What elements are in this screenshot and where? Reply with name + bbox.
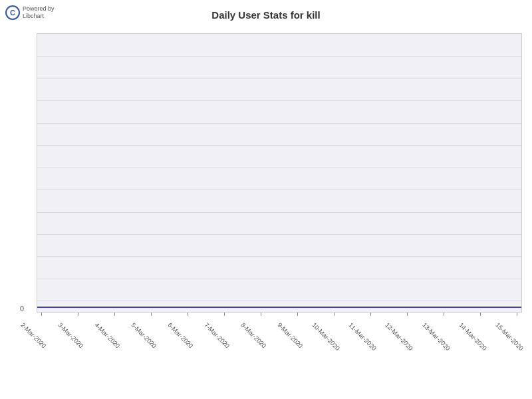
- x-axis-label: 3-Mar-2020: [57, 321, 85, 350]
- x-label-wrap: 5-Mar-2020: [146, 313, 156, 329]
- grid-line: [37, 301, 521, 301]
- x-axis-label: 2-Mar-2020: [20, 321, 49, 350]
- tick-line: [480, 313, 481, 316]
- tick-line: [41, 313, 42, 316]
- tick-line: [444, 313, 444, 316]
- tick-line: [297, 313, 298, 316]
- grid-line: [37, 145, 521, 146]
- x-label-wrap: 15-Mar-2020: [513, 313, 522, 329]
- x-axis-label: 12-Mar-2020: [384, 321, 415, 352]
- x-label-wrap: 11-Mar-2020: [366, 313, 376, 329]
- tick-line: [114, 313, 115, 316]
- tick-line: [407, 313, 408, 316]
- x-label-wrap: 14-Mar-2020: [476, 313, 485, 329]
- x-axis: 2-Mar-20203-Mar-20204-Mar-20205-Mar-2020…: [37, 313, 522, 392]
- x-axis-label: 8-Mar-2020: [239, 321, 268, 350]
- grid-line: [37, 100, 521, 101]
- x-label-wrap: 7-Mar-2020: [219, 313, 229, 329]
- x-axis-label: 13-Mar-2020: [421, 321, 452, 352]
- x-axis-label: 4-Mar-2020: [93, 321, 122, 350]
- tick-line: [370, 313, 371, 316]
- x-label-wrap: 13-Mar-2020: [440, 313, 449, 329]
- x-label-wrap: 3-Mar-2020: [73, 313, 82, 329]
- grid-line: [37, 56, 521, 57]
- grid-lines: [37, 34, 521, 312]
- x-label-wrap: 6-Mar-2020: [183, 313, 192, 329]
- x-axis-label: 10-Mar-2020: [311, 321, 342, 352]
- tick-line: [517, 313, 517, 316]
- x-labels: 2-Mar-20203-Mar-20204-Mar-20205-Mar-2020…: [37, 313, 522, 392]
- tick-line: [334, 313, 334, 316]
- y-axis-label: 0: [20, 305, 24, 313]
- x-axis-label: 9-Mar-2020: [276, 321, 305, 350]
- grid-line: [37, 256, 521, 257]
- tick-line: [224, 313, 225, 316]
- tick-line: [261, 313, 261, 316]
- grid-line: [37, 123, 521, 124]
- tick-line: [151, 313, 152, 316]
- grid-line: [37, 212, 521, 213]
- chart-plot-area: [37, 33, 522, 313]
- x-label-wrap: 10-Mar-2020: [330, 313, 339, 329]
- x-label-wrap: 2-Mar-2020: [37, 313, 46, 329]
- grid-line: [37, 234, 521, 235]
- x-label-wrap: 8-Mar-2020: [256, 313, 265, 329]
- x-label-wrap: 4-Mar-2020: [110, 313, 119, 329]
- data-line: [37, 307, 521, 308]
- chart-container: C Powered by Libchart Daily User Stats f…: [0, 0, 532, 399]
- tick-line: [188, 313, 188, 316]
- x-axis-label: 7-Mar-2020: [203, 321, 231, 350]
- x-axis-label: 5-Mar-2020: [130, 321, 158, 350]
- x-axis-label: 15-Mar-2020: [494, 321, 525, 352]
- grid-line: [37, 78, 521, 79]
- x-label-wrap: 9-Mar-2020: [293, 313, 302, 329]
- x-axis-label: 6-Mar-2020: [166, 321, 195, 350]
- x-axis-label: 11-Mar-2020: [348, 321, 378, 352]
- x-axis-label: 14-Mar-2020: [458, 321, 488, 352]
- chart-title: Daily User Stats for kill: [0, 9, 532, 21]
- grid-line: [37, 168, 521, 168]
- grid-line: [37, 190, 521, 190]
- tick-line: [78, 313, 78, 316]
- grid-line: [37, 279, 521, 279]
- x-label-wrap: 12-Mar-2020: [403, 313, 412, 329]
